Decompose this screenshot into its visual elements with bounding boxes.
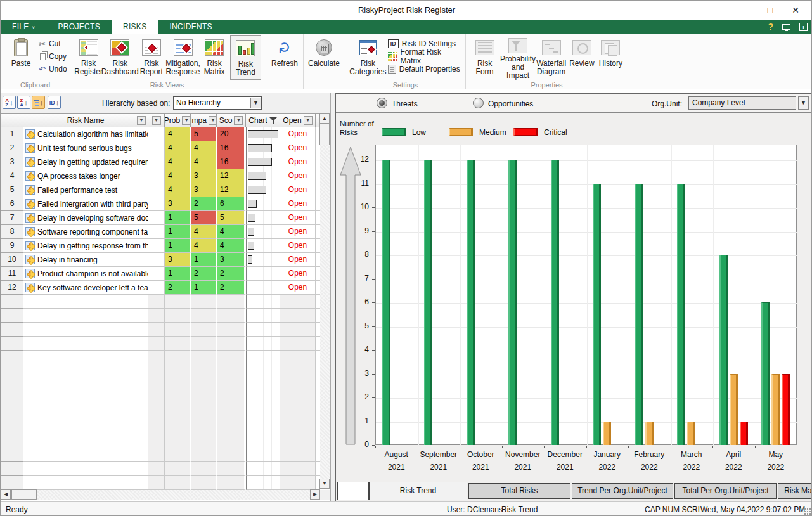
- header-status[interactable]: Open▼: [280, 113, 316, 127]
- menu-tab-projects[interactable]: PROJECTS: [47, 20, 112, 34]
- score-cell[interactable]: 16: [217, 155, 246, 169]
- probability-cell[interactable]: 4: [165, 169, 191, 183]
- sort-hierarchy-button[interactable]: ↓: [32, 96, 45, 109]
- status-cell[interactable]: Open: [280, 225, 316, 239]
- status-cell[interactable]: Open: [280, 127, 316, 141]
- probability-cell[interactable]: 4: [165, 127, 191, 141]
- score-cell[interactable]: 20: [217, 127, 246, 141]
- score-cell[interactable]: 12: [217, 183, 246, 197]
- probability-cell[interactable]: 3: [165, 197, 191, 211]
- score-cell[interactable]: 2: [217, 281, 246, 295]
- probability-cell[interactable]: 4: [165, 155, 191, 169]
- status-cell[interactable]: Open: [280, 141, 316, 155]
- minimize-icon[interactable]: —: [733, 3, 752, 17]
- opportunities-radio[interactable]: [473, 98, 484, 108]
- format-risk-matrix-button[interactable]: Format Risk Matrix: [388, 51, 463, 61]
- impact-cell[interactable]: 5: [191, 127, 217, 141]
- score-cell[interactable]: 2: [217, 267, 246, 281]
- tab-risk-matrix[interactable]: Risk Matrix: [778, 483, 812, 499]
- impact-cell[interactable]: 3: [191, 183, 217, 197]
- filter-dropdown-icon[interactable]: ▼: [137, 116, 146, 125]
- scroll-right-icon[interactable]: ▶: [310, 489, 320, 500]
- sort-za-button[interactable]: ZA↓: [17, 96, 30, 109]
- impact-cell[interactable]: 1: [191, 281, 217, 295]
- probability-cell[interactable]: 3: [165, 253, 191, 267]
- risk-name-cell[interactable]: Failed intergration with third party sof: [23, 197, 148, 211]
- risk-categories-button[interactable]: Risk Categories: [348, 35, 388, 80]
- tab-risk-trend[interactable]: Risk Trend: [369, 482, 467, 500]
- sort-az-button[interactable]: AZ↓: [3, 96, 16, 109]
- header-probability[interactable]: Prob▼: [165, 113, 191, 127]
- score-cell[interactable]: 5: [217, 211, 246, 225]
- orgunit-dropdown[interactable]: Company Level: [688, 96, 796, 110]
- status-cell[interactable]: Open: [280, 267, 316, 281]
- chevron-down-icon[interactable]: ▼: [798, 96, 809, 110]
- panel-splitter[interactable]: [330, 93, 335, 501]
- risk-name-cell[interactable]: Key software developer left a team: [23, 281, 148, 295]
- status-cell[interactable]: Open: [280, 169, 316, 183]
- filter-dropdown-icon[interactable]: ▼: [182, 116, 191, 125]
- vscroll-thumb[interactable]: [319, 124, 330, 145]
- risk-name-cell[interactable]: Failed performance test: [23, 183, 148, 197]
- score-cell[interactable]: 4: [217, 225, 246, 239]
- threats-radio[interactable]: [377, 98, 387, 108]
- table-vertical-scrollbar[interactable]: ▲ ▼: [320, 113, 330, 489]
- probability-cell[interactable]: 1: [165, 225, 191, 239]
- sort-id-button[interactable]: ID↓: [48, 96, 61, 109]
- hierarchy-dropdown[interactable]: No Hierarchy ▼: [173, 96, 262, 110]
- chevron-down-icon[interactable]: ▼: [250, 98, 261, 108]
- info-icon[interactable]: i: [799, 23, 808, 31]
- status-cell[interactable]: Open: [280, 239, 316, 253]
- undo-button[interactable]: ↶Undo: [39, 64, 67, 74]
- waterfall-diagram-button[interactable]: Waterfall Diagram: [535, 35, 567, 80]
- history-button[interactable]: History: [596, 35, 625, 80]
- risk-name-cell[interactable]: Delay in financing: [23, 253, 148, 267]
- screen-icon[interactable]: [782, 24, 790, 30]
- impact-cell[interactable]: 4: [191, 155, 217, 169]
- menu-tab-risks[interactable]: RISKS: [112, 20, 158, 34]
- impact-cell[interactable]: 3: [191, 169, 217, 183]
- header-blank[interactable]: ▼: [148, 113, 165, 127]
- default-properties-button[interactable]: Default Properties: [388, 63, 463, 74]
- score-cell[interactable]: 4: [217, 239, 246, 253]
- resize-grip[interactable]: [804, 508, 811, 515]
- table-horizontal-scrollbar[interactable]: ◀ ▶: [1, 490, 320, 500]
- risk-trend-button[interactable]: Risk Trend: [230, 35, 261, 80]
- risk-name-cell[interactable]: Delay in developing software documen: [23, 211, 148, 225]
- tab-trend-per-org-unit-project[interactable]: Trend Per Org.Unit/Project: [572, 483, 673, 499]
- maximize-icon[interactable]: □: [761, 3, 780, 17]
- filter-icon[interactable]: [269, 117, 277, 124]
- probability-cell[interactable]: 4: [165, 183, 191, 197]
- probability-cell[interactable]: 1: [165, 267, 191, 281]
- scroll-left-icon[interactable]: ◀: [1, 489, 11, 500]
- risk-name-cell[interactable]: Unit test found serious bugs: [23, 141, 148, 155]
- header-impact[interactable]: Impa▼: [191, 113, 217, 127]
- impact-cell[interactable]: 1: [191, 253, 217, 267]
- header-score[interactable]: Sco▼: [217, 113, 246, 127]
- status-cell[interactable]: Open: [280, 281, 316, 295]
- impact-cell[interactable]: 4: [191, 141, 217, 155]
- header-chart[interactable]: Chart: [246, 113, 280, 127]
- impact-cell[interactable]: 2: [191, 197, 217, 211]
- filter-dropdown-icon[interactable]: ▼: [209, 116, 217, 125]
- scroll-down-icon[interactable]: ▼: [319, 479, 330, 489]
- refresh-button[interactable]: ↻ Refresh: [267, 35, 302, 80]
- risk-name-cell[interactable]: Software reporting component failed: [23, 225, 148, 239]
- close-icon[interactable]: ✕: [786, 3, 805, 17]
- mitigation-response-button[interactable]: Mitigation, Response: [167, 35, 199, 80]
- scroll-up-icon[interactable]: ▲: [319, 113, 330, 124]
- risk-name-cell[interactable]: Product champion is not available: [23, 267, 148, 281]
- tab-total-risks[interactable]: Total Risks: [468, 483, 570, 499]
- status-cell[interactable]: Open: [280, 197, 316, 211]
- score-cell[interactable]: 12: [217, 169, 246, 183]
- risk-report-button[interactable]: Risk Report: [136, 35, 167, 80]
- risk-name-cell[interactable]: Delay in getting response from the cus: [23, 239, 148, 253]
- status-cell[interactable]: Open: [280, 253, 316, 267]
- cut-button[interactable]: ✂Cut: [39, 39, 67, 49]
- status-cell[interactable]: Open: [280, 211, 316, 225]
- calculate-button[interactable]: Calculate: [306, 35, 342, 80]
- copy-button[interactable]: Copy: [39, 51, 67, 61]
- status-cell[interactable]: Open: [280, 155, 316, 169]
- score-cell[interactable]: 16: [217, 141, 246, 155]
- tab-total-per-org-unit-project[interactable]: Total Per Org.Unit/Project: [674, 483, 777, 499]
